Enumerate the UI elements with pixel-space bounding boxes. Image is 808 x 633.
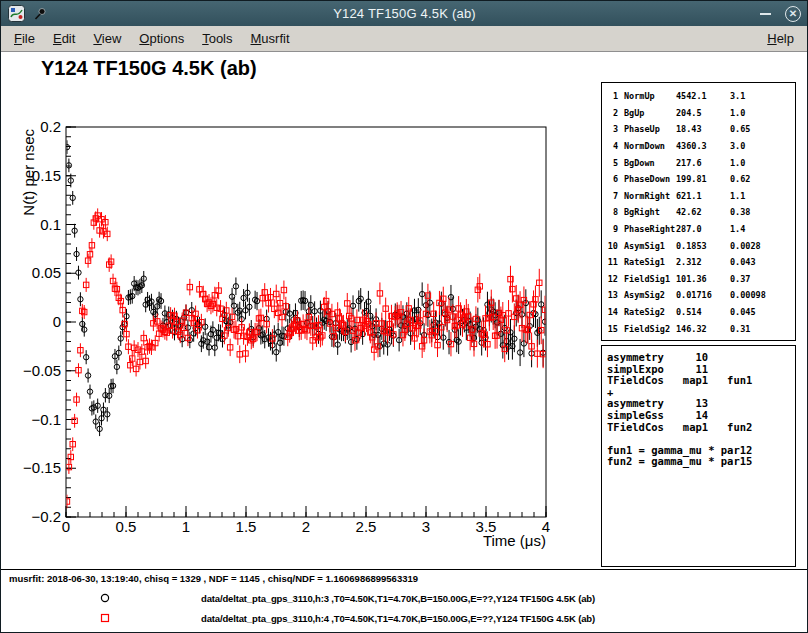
x-tick-label: 0 (62, 518, 70, 535)
param-name: BgRight (624, 207, 676, 217)
param-row: 10AsymSig10.18530.0028 (606, 237, 793, 254)
param-name: PhaseDown (624, 174, 676, 184)
y-tick-label: 0.1 (40, 216, 61, 233)
param-row: 7NormRight621.11.1 (606, 188, 793, 205)
y-tick-label: 0.2 (40, 118, 61, 135)
param-value: 0.1853 (676, 241, 730, 251)
param-row: 9PhaseRight287.01.4 (606, 221, 793, 238)
plot-svg[interactable]: 00.511.522.533.54−0.2−0.15−0.1−0.0500.05… (1, 72, 601, 569)
param-number: 3 (606, 124, 618, 134)
titlebar[interactable]: Y124 TF150G 4.5K (ab) ✕ (1, 1, 807, 26)
param-error: 3.0 (730, 141, 793, 151)
param-value: 287.0 (676, 224, 730, 234)
param-name: NormRight (624, 191, 676, 201)
param-rows: 1NormUp4542.13.12BgUp204.51.03PhaseUp18.… (606, 88, 793, 337)
menubar-items: FileEditViewOptionsToolsMusrfit (5, 26, 299, 51)
fit-info: musrfit: 2018-06-30, 13:19:40, chisq = 1… (9, 573, 418, 584)
param-number: 13 (606, 290, 618, 300)
y-tick-label: −0.2 (31, 508, 61, 525)
close-button[interactable]: ✕ (785, 6, 801, 22)
param-value: 42.62 (676, 207, 730, 217)
param-row: 3PhaseUp18.430.65 (606, 121, 793, 138)
y-axis-title: N(t) per nsec (20, 129, 37, 216)
x-tick-label: 1.5 (236, 518, 257, 535)
param-name: RateSig2 (624, 307, 676, 317)
param-error: 0.043 (730, 257, 793, 267)
param-number: 12 (606, 274, 618, 284)
theory-line: asymmetry 10 (607, 352, 793, 364)
legend-label: data/deltat_pta_gps_3110,h:3 ,T0=4.50K,T… (201, 593, 595, 604)
minimize-button[interactable] (760, 13, 771, 15)
legend-label: data/deltat_pta_gps_3110,h:4 ,T0=4.50K,T… (201, 613, 595, 624)
param-name: BgDown (624, 158, 676, 168)
param-number: 14 (606, 307, 618, 317)
param-name: NormUp (624, 91, 676, 101)
param-value: 4542.1 (676, 91, 730, 101)
minimize-icon (760, 13, 771, 15)
menu-file[interactable]: File (5, 27, 44, 50)
parameter-box: 1NormUp4542.13.12BgUp204.51.03PhaseUp18.… (601, 82, 796, 341)
param-value: 0.01716 (676, 290, 730, 300)
param-number: 8 (606, 207, 618, 217)
x-tick-label: 3 (422, 518, 430, 535)
theory-box: asymmetry 10simplExpo 11TFieldCos map1 f… (601, 345, 796, 567)
param-error: 1.0 (730, 158, 793, 168)
info-footer: musrfit: 2018-06-30, 13:19:40, chisq = 1… (1, 569, 807, 632)
param-error: 0.38 (730, 207, 793, 217)
plot-series (64, 140, 547, 508)
param-name: RateSig1 (624, 257, 676, 267)
param-name: PhaseRight (624, 224, 676, 234)
param-name: FieldSig2 (624, 324, 676, 334)
param-value: 621.1 (676, 191, 730, 201)
param-number: 10 (606, 241, 618, 251)
menu-help[interactable]: Help (758, 27, 803, 50)
param-row: 2BgUp204.51.0 (606, 105, 793, 122)
param-row: 14RateSig20.5140.045 (606, 304, 793, 321)
y-tick-label: −0.15 (23, 459, 61, 476)
window-title: Y124 TF150G 4.5K (ab) (55, 6, 754, 21)
x-axis-title: Time (μs) (483, 532, 546, 549)
legend-circle-marker (99, 592, 111, 604)
param-name: NormDown (624, 141, 676, 151)
param-number: 4 (606, 141, 618, 151)
param-value: 217.6 (676, 158, 730, 168)
theory-lines: asymmetry 10simplExpo 11TFieldCos map1 f… (607, 352, 793, 468)
app-icon[interactable] (7, 5, 25, 23)
param-error: 1.0 (730, 108, 793, 118)
musrfit-window: Y124 TF150G 4.5K (ab) ✕ FileEditViewOpti… (0, 0, 808, 633)
y-tick-label: 0 (53, 313, 61, 330)
theory-line (607, 433, 793, 445)
menubar-right-items: Help (758, 26, 803, 51)
param-row: 15FieldSig2146.320.31 (606, 320, 793, 337)
menu-musrfit[interactable]: Musrfit (242, 27, 299, 50)
param-error: 1.1 (730, 191, 793, 201)
param-error: 0.31 (730, 324, 793, 334)
legend-row: data/deltat_pta_gps_3110,h:4 ,T0=4.50K,T… (1, 612, 807, 626)
param-error: 0.37 (730, 274, 793, 284)
param-value: 146.32 (676, 324, 730, 334)
menu-edit[interactable]: Edit (44, 27, 84, 50)
param-number: 1 (606, 91, 618, 101)
theory-line: TFieldCos map1 fun1 (607, 375, 793, 387)
param-error: 3.1 (730, 91, 793, 101)
param-row: 8BgRight42.620.38 (606, 204, 793, 221)
legend-row: data/deltat_pta_gps_3110,h:3 ,T0=4.50K,T… (1, 592, 807, 606)
menu-options[interactable]: Options (130, 27, 193, 50)
menubar: FileEditViewOptionsToolsMusrfit Help (1, 26, 807, 52)
param-number: 11 (606, 257, 618, 267)
param-row: 4NormDown4360.33.0 (606, 138, 793, 155)
param-name: PhaseUp (624, 124, 676, 134)
param-value: 18.43 (676, 124, 730, 134)
canvas-area[interactable]: Y124 TF150G 4.5K (ab) 00.511.522.533.54−… (1, 52, 807, 569)
param-value: 4360.3 (676, 141, 730, 151)
theory-line: fun2 = gamma_mu * par15 (607, 456, 793, 468)
x-tick-label: 0.5 (116, 518, 137, 535)
param-error: 0.62 (730, 174, 793, 184)
param-row: 5BgDown217.61.0 (606, 154, 793, 171)
param-row: 11RateSig12.3120.043 (606, 254, 793, 271)
pin-icon[interactable] (31, 5, 49, 23)
menu-tools[interactable]: Tools (193, 27, 241, 50)
param-number: 7 (606, 191, 618, 201)
menu-view[interactable]: View (84, 27, 130, 50)
data-series-square (64, 208, 547, 508)
